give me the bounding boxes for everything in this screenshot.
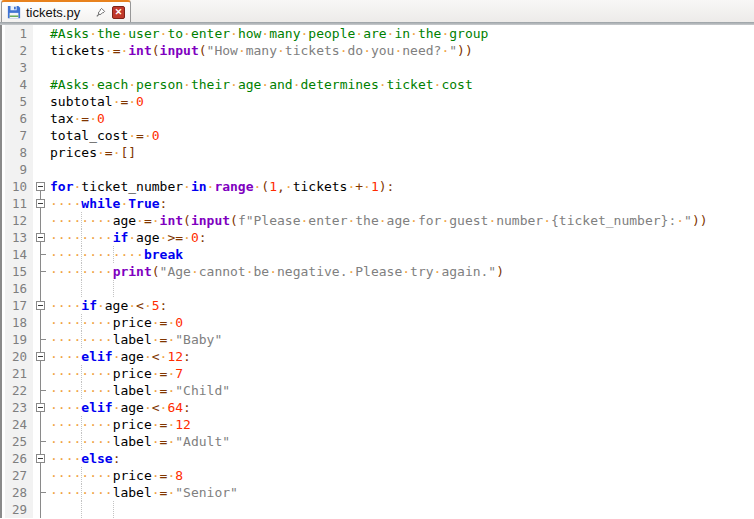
indent-guide [81,280,82,297]
fold-marker[interactable] [33,331,48,348]
indent-guide [81,433,82,450]
tab-tickets-py[interactable]: tickets.py ✕ [1,0,131,22]
indent-guide [81,382,82,399]
code-line[interactable] [48,161,754,178]
code-line[interactable]: ············break [48,246,754,263]
code-line[interactable] [48,59,754,76]
indent-guide [81,229,82,246]
code-line[interactable]: #Asks·the·user·to·enter·how·many·people·… [48,25,754,42]
fold-marker[interactable] [33,229,48,246]
line-number: 6 [2,110,33,127]
fold-marker[interactable] [33,280,48,297]
indent-guide [81,314,82,331]
fold-marker[interactable] [33,382,48,399]
editor-row: 1#Asks·the·user·to·enter·how·many·people… [2,25,754,42]
code-line[interactable]: ········price·=·12 [48,416,754,433]
code-line[interactable]: ····elif·age·<·12: [48,348,754,365]
code-line[interactable]: ····if·age·<·5: [48,297,754,314]
fold-marker[interactable] [33,399,48,416]
code-line[interactable]: ········if·age·>=·0: [48,229,754,246]
fold-collapse-box-icon[interactable] [36,454,45,463]
fold-marker[interactable] [33,501,48,518]
line-number: 28 [2,484,33,501]
code-line[interactable]: subtotal·=·0 [48,93,754,110]
save-icon [7,5,21,19]
code-line[interactable]: total_cost·=·0 [48,127,754,144]
fold-marker[interactable] [33,297,48,314]
line-number: 2 [2,42,33,59]
fold-marker[interactable] [33,212,48,229]
fold-marker[interactable] [33,246,48,263]
code-line[interactable]: ········print("Age·cannot·be·negative.·P… [48,263,754,280]
code-line[interactable]: ········price·=·8 [48,467,754,484]
code-line[interactable]: prices·=·[] [48,144,754,161]
editor-row: 25········label·=·"Adult" [2,433,754,450]
pin-icon[interactable] [95,6,107,18]
fold-collapse-box-icon[interactable] [36,403,45,412]
editor-row: 13········if·age·>=·0: [2,229,754,246]
line-number: 12 [2,212,33,229]
fold-margin-cell [33,127,48,144]
code-line[interactable]: ········label·=·"Baby" [48,331,754,348]
fold-margin-cell [33,42,48,59]
editor-row: 3 [2,59,754,76]
fold-margin-cell [33,110,48,127]
indent-guide [81,331,82,348]
line-number: 27 [2,467,33,484]
code-line[interactable]: ········age·=·int(input(f"Please·enter·t… [48,212,754,229]
code-line[interactable]: ········price·=·0 [48,314,754,331]
line-number: 7 [2,127,33,144]
code-line[interactable]: ····else: [48,450,754,467]
fold-marker[interactable] [33,178,48,195]
code-line[interactable]: tax·=·0 [48,110,754,127]
editor-row: 20····elif·age·<·12: [2,348,754,365]
line-number: 19 [2,331,33,348]
line-number: 8 [2,144,33,161]
indent-guide [81,212,82,229]
fold-marker[interactable] [33,484,48,501]
fold-marker[interactable] [33,365,48,382]
tab-title: tickets.py [26,5,90,20]
fold-marker[interactable] [33,314,48,331]
close-icon[interactable]: ✕ [112,6,125,19]
fold-marker[interactable] [33,450,48,467]
code-line[interactable]: ········label·=·"Adult" [48,433,754,450]
code-line[interactable]: ········label·=·"Senior" [48,484,754,501]
line-number: 17 [2,297,33,314]
editor-row: 26····else: [2,450,754,467]
code-line[interactable]: ····while·True: [48,195,754,212]
fold-collapse-box-icon[interactable] [36,352,45,361]
code-line[interactable]: tickets·=·int(input("How·many·tickets·do… [48,42,754,59]
code-line[interactable]: ····elif·age·<·64: [48,399,754,416]
fold-collapse-box-icon[interactable] [36,182,45,191]
code-line[interactable] [48,501,754,518]
editor-row: 23····elif·age·<·64: [2,399,754,416]
fold-marker[interactable] [33,416,48,433]
fold-marker[interactable] [33,263,48,280]
fold-collapse-box-icon[interactable] [36,199,45,208]
indent-guide [113,246,114,263]
editor-row: 29 [2,501,754,518]
indent-guide [81,365,82,382]
indent-guide [113,501,114,518]
code-line[interactable]: ········price·=·7 [48,365,754,382]
fold-marker[interactable] [33,195,48,212]
code-line[interactable]: for·ticket_number·in·range·(1,·tickets·+… [48,178,754,195]
indent-guide [81,467,82,484]
fold-collapse-box-icon[interactable] [36,233,45,242]
editor-row: 24········price·=·12 [2,416,754,433]
editor-row: 14············break [2,246,754,263]
fold-collapse-box-icon[interactable] [36,301,45,310]
fold-marker[interactable] [33,348,48,365]
code-line[interactable]: ········label·=·"Child" [48,382,754,399]
line-number: 20 [2,348,33,365]
line-number: 16 [2,280,33,297]
code-line[interactable] [48,280,754,297]
fold-marker[interactable] [33,467,48,484]
code-line[interactable]: #Asks·each·person·their·age·and·determin… [48,76,754,93]
fold-marker[interactable] [33,433,48,450]
editor-row: 4#Asks·each·person·their·age·and·determi… [2,76,754,93]
line-number: 10 [2,178,33,195]
code-editor[interactable]: 1#Asks·the·user·to·enter·how·many·people… [0,25,754,518]
editor-row: 18········price·=·0 [2,314,754,331]
